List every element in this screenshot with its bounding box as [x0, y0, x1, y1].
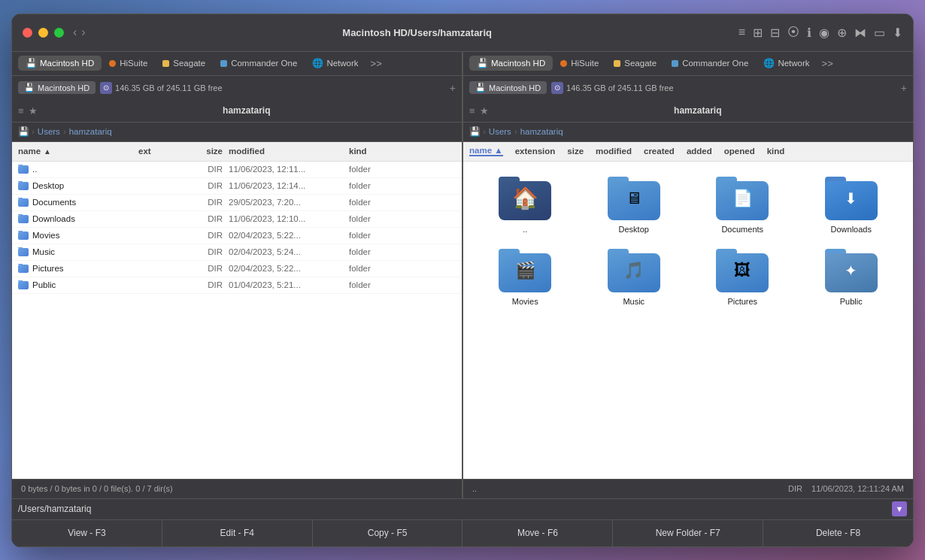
left-tabs-more[interactable]: >>	[368, 58, 385, 69]
col-header-kind[interactable]: kind	[349, 147, 367, 156]
col-header-modified[interactable]: modified	[229, 147, 349, 156]
right-tab-hisuite[interactable]: HiSuite	[553, 56, 606, 70]
icon-label: Music	[623, 297, 644, 306]
icon-label: Movies	[512, 297, 538, 306]
right-col-extension[interactable]: extension	[515, 147, 556, 156]
forward-arrow[interactable]: ›	[81, 26, 85, 39]
right-bc-users[interactable]: Users	[489, 127, 511, 136]
right-col-created[interactable]: created	[644, 147, 675, 156]
toggle-icon[interactable]: ⦿	[787, 26, 799, 39]
main-window: ‹ › Macintosh HD/Users/hamzatariq ≡ ⊞ ⊟ …	[11, 14, 914, 547]
right-list-icon[interactable]: ≡	[469, 105, 475, 117]
right-capacity-arrow[interactable]: ⊙	[551, 82, 563, 94]
right-col-modified[interactable]: modified	[596, 147, 632, 156]
list-item[interactable]: ✦ Public	[799, 243, 905, 312]
right-bc-hamzatariq[interactable]: hamzatariq	[520, 127, 563, 136]
minimize-button[interactable]	[38, 28, 48, 38]
left-tab-seagate[interactable]: Seagate	[155, 56, 213, 70]
left-panel-add-tab[interactable]: +	[450, 82, 456, 94]
grid-view-icon[interactable]: ⊞	[753, 26, 763, 40]
table-row[interactable]: Pictures DIR 02/04/2023, 5:22... folder	[12, 261, 462, 277]
table-row[interactable]: Public DIR 01/04/2023, 5:21... folder	[12, 277, 462, 294]
left-panel: 💾 Macintosh HD HiSuite Seagate Commander…	[12, 52, 463, 498]
left-tab-commander[interactable]: Commander One	[213, 56, 305, 70]
table-row[interactable]: .. DIR 11/06/2023, 12:11... folder	[12, 162, 462, 178]
left-capacity-arrow[interactable]: ⊙	[100, 82, 112, 94]
right-tab-seagate[interactable]: Seagate	[606, 56, 664, 70]
path-input[interactable]	[18, 504, 892, 514]
right-col-added[interactable]: added	[687, 147, 712, 156]
table-row[interactable]: Desktop DIR 11/06/2023, 12:14... folder	[12, 178, 462, 195]
left-tab-macintosh-hd[interactable]: 💾 Macintosh HD	[18, 56, 102, 71]
left-drive-badge[interactable]: 💾 Macintosh HD	[18, 81, 96, 94]
right-col-kind[interactable]: kind	[767, 147, 785, 156]
right-status-date: 11/06/2023, 12:11:24 AM	[811, 484, 904, 493]
right-panel-title-icons: ≡ ★	[469, 105, 489, 117]
table-row[interactable]: Music DIR 02/04/2023, 5:24... folder	[12, 244, 462, 261]
folder-overlay-icon: 🏠	[512, 186, 538, 210]
right-tab-commander-label: Commander One	[682, 59, 748, 68]
table-row[interactable]: Movies DIR 02/04/2023, 5:22... folder	[12, 228, 462, 244]
list-item[interactable]: 🏠 ..	[472, 171, 578, 240]
seagate-dot-icon	[162, 60, 169, 67]
right-status-type: DIR	[788, 484, 802, 493]
right-tab-network[interactable]: 🌐 Network	[756, 56, 817, 71]
left-star-icon[interactable]: ★	[29, 105, 38, 117]
edit-button[interactable]: Edit - F4	[162, 520, 313, 546]
monitor-icon[interactable]: ▭	[874, 26, 885, 40]
list-item[interactable]: 🎬 Movies	[472, 243, 578, 312]
right-star-icon[interactable]: ★	[480, 105, 489, 117]
columns-icon[interactable]: ⊟	[770, 26, 780, 40]
folder-icon-lg: 🏠	[499, 177, 551, 220]
back-arrow[interactable]: ‹	[73, 26, 77, 39]
eye-icon[interactable]: ◉	[819, 26, 829, 40]
left-list-icon[interactable]: ≡	[18, 105, 24, 117]
list-item[interactable]: 📄 Documents	[690, 171, 796, 240]
right-tab-hisuite-label: HiSuite	[571, 59, 599, 68]
left-panel-header: 💾 Macintosh HD ⊙ 146.35 GB of 245.11 GB …	[12, 76, 462, 100]
delete-button[interactable]: Delete - F8	[763, 520, 913, 546]
new-folder-button[interactable]: New Folder - F7	[613, 520, 763, 546]
left-bc-hamzatariq[interactable]: hamzatariq	[69, 127, 112, 136]
view-button[interactable]: View - F3	[12, 520, 162, 546]
col-header-name[interactable]: name ▲	[18, 147, 138, 156]
table-row[interactable]: Documents DIR 29/05/2023, 7:20... folder	[12, 195, 462, 211]
right-bc-hd-icon: 💾	[469, 126, 480, 137]
binoculars-icon[interactable]: ⊕	[837, 26, 847, 40]
equalizer-icon[interactable]: ⧓	[854, 26, 866, 40]
col-header-size[interactable]: size	[176, 147, 229, 156]
right-col-size[interactable]: size	[567, 147, 584, 156]
list-item[interactable]: 🖼 Pictures	[690, 243, 796, 312]
right-status-bar: .. DIR 11/06/2023, 12:11:24 AM	[463, 479, 913, 498]
folder-icon	[18, 182, 29, 190]
list-item[interactable]: 🖥 Desktop	[581, 171, 687, 240]
list-view-icon[interactable]: ≡	[738, 26, 745, 39]
right-panel-add-tab[interactable]: +	[901, 82, 907, 94]
left-tab-hisuite[interactable]: HiSuite	[102, 56, 155, 70]
close-button[interactable]	[23, 28, 32, 38]
list-item[interactable]: 🎵 Music	[581, 243, 687, 312]
right-drive-badge[interactable]: 💾 Macintosh HD	[469, 81, 547, 94]
right-breadcrumb: 💾 › Users › hamzatariq	[469, 126, 563, 137]
copy-button[interactable]: Copy - F5	[313, 520, 463, 546]
folder-icon-lg: 🎬	[499, 249, 551, 292]
right-tab-macintosh-hd[interactable]: 💾 Macintosh HD	[469, 56, 553, 71]
left-file-list[interactable]: .. DIR 11/06/2023, 12:11... folder Deskt…	[12, 162, 462, 479]
list-item[interactable]: ⬇ Downloads	[799, 171, 905, 240]
right-col-name[interactable]: name ▲	[469, 146, 503, 156]
table-row[interactable]: Downloads DIR 11/06/2023, 12:10... folde…	[12, 211, 462, 228]
right-tab-commander[interactable]: Commander One	[664, 56, 756, 70]
path-end-button[interactable]: ▼	[892, 501, 907, 516]
col-header-ext[interactable]: ext	[138, 147, 176, 156]
left-tab-network[interactable]: 🌐 Network	[305, 56, 365, 71]
left-bc-users[interactable]: Users	[38, 127, 60, 136]
right-col-opened[interactable]: opened	[724, 147, 755, 156]
right-panel: 💾 Macintosh HD HiSuite Seagate Commander…	[463, 52, 913, 498]
move-button[interactable]: Move - F6	[462, 520, 613, 546]
right-capacity: ⊙ 146.35 GB of 245.11 GB free	[551, 82, 673, 94]
download-icon[interactable]: ⬇	[893, 26, 902, 40]
right-tabs-more[interactable]: >>	[819, 58, 836, 69]
info-icon[interactable]: ℹ	[807, 26, 811, 40]
maximize-button[interactable]	[54, 28, 64, 38]
left-bc-sep-2: ›	[63, 127, 66, 136]
